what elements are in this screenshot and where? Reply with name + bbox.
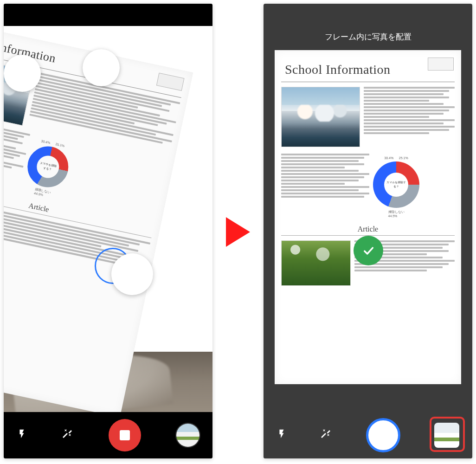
magic-wand-icon[interactable] bbox=[62, 428, 73, 442]
flash-icon[interactable] bbox=[277, 429, 287, 442]
donut-chart: 30.4% 25.1% スマホを掃除する？ 掃除しない44.5% bbox=[373, 154, 419, 220]
shutter-button[interactable] bbox=[366, 418, 400, 452]
camera-controls bbox=[264, 412, 472, 458]
doc-header-box bbox=[428, 58, 454, 71]
camera-controls bbox=[4, 412, 212, 458]
stop-icon bbox=[120, 430, 130, 440]
scanned-document: School Information 30.4% 25.1% スマホを掃除する？ bbox=[275, 50, 461, 384]
donut-center-label: スマホを掃除する？ bbox=[384, 173, 408, 197]
donut-chart: 30.4% 25.1% スマホを掃除する？ 掃除しない44.5% bbox=[21, 135, 74, 203]
flash-icon[interactable] bbox=[17, 429, 27, 442]
article-heading: Article bbox=[275, 225, 461, 233]
donut-ring: スマホを掃除する？ bbox=[373, 161, 419, 208]
phone-captured: フレーム内に写真を配置 School Information 30.4% 25.… bbox=[264, 4, 472, 458]
divider bbox=[281, 82, 455, 82]
scan-corner-dot bbox=[83, 49, 120, 86]
donut-center-label: スマホを掃除する？ bbox=[35, 154, 61, 180]
phone-scanning: School Information 30.4% 25.1% スマホを掃除する？ bbox=[4, 4, 212, 458]
instruction-text: フレーム内に写真を配置 bbox=[264, 32, 472, 42]
camera-viewport[interactable]: School Information 30.4% 25.1% スマホを掃除する？ bbox=[4, 26, 212, 412]
shutter-button[interactable] bbox=[109, 419, 141, 451]
success-check-icon bbox=[354, 236, 383, 265]
donut-bottom-label: 掃除しない44.5% bbox=[34, 187, 51, 198]
arrow-icon bbox=[226, 217, 250, 247]
thumbnail-preview[interactable] bbox=[434, 423, 459, 448]
status-bar bbox=[4, 4, 212, 26]
thumbnail-preview[interactable] bbox=[176, 424, 199, 447]
scan-corner-dot bbox=[4, 55, 41, 92]
magic-wand-icon[interactable] bbox=[321, 428, 332, 442]
donut-top-labels: 30.4% 25.1% bbox=[384, 156, 408, 160]
donut-bottom-label: 掃除しない44.5% bbox=[388, 210, 405, 218]
body-text-2 bbox=[281, 154, 369, 198]
greenery-photo bbox=[281, 240, 351, 286]
donut-ring: スマホを掃除する？ bbox=[24, 142, 72, 191]
body-text bbox=[364, 87, 455, 147]
thumbnail-wrap bbox=[434, 423, 459, 448]
mountain-photo bbox=[281, 87, 360, 147]
scan-target-dot bbox=[111, 253, 153, 295]
